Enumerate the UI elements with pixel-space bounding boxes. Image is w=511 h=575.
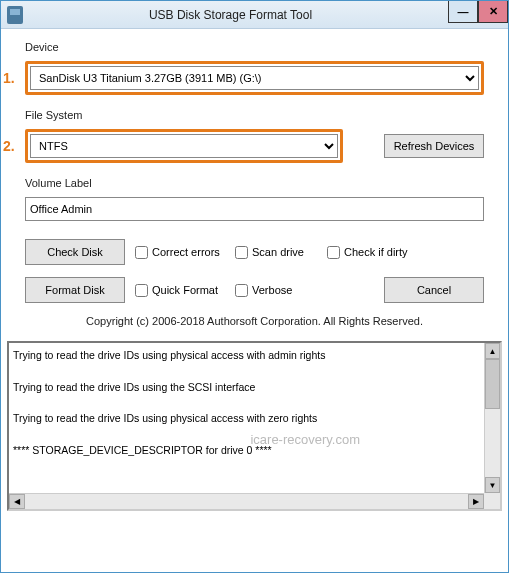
verbose-checkbox[interactable]: Verbose bbox=[235, 284, 317, 297]
check-if-dirty-checkbox[interactable]: Check if dirty bbox=[327, 246, 417, 259]
device-label: Device bbox=[25, 41, 484, 53]
verbose-label: Verbose bbox=[252, 284, 292, 296]
correct-errors-label: Correct errors bbox=[152, 246, 220, 258]
filesystem-highlight: NTFS bbox=[25, 129, 343, 163]
scan-drive-input[interactable] bbox=[235, 246, 248, 259]
scroll-right-icon[interactable]: ▶ bbox=[468, 494, 484, 509]
log-line: Trying to read the drive IDs using the S… bbox=[13, 381, 496, 395]
callout-2: 2. bbox=[3, 138, 15, 154]
log-line: Trying to read the drive IDs using physi… bbox=[13, 412, 496, 426]
window-controls: — ✕ bbox=[448, 1, 508, 23]
format-row: Format Disk Quick Format Verbose Cancel bbox=[25, 277, 484, 303]
format-disk-button[interactable]: Format Disk bbox=[25, 277, 125, 303]
log-line: Trying to read the drive IDs using physi… bbox=[13, 349, 496, 363]
refresh-devices-button[interactable]: Refresh Devices bbox=[384, 134, 484, 158]
scroll-track[interactable] bbox=[485, 409, 500, 477]
horizontal-scrollbar[interactable]: ◀ ▶ bbox=[9, 493, 484, 509]
log-content[interactable]: Trying to read the drive IDs using physi… bbox=[9, 343, 500, 493]
scroll-thumb[interactable] bbox=[485, 359, 500, 409]
check-if-dirty-input[interactable] bbox=[327, 246, 340, 259]
check-if-dirty-label: Check if dirty bbox=[344, 246, 408, 258]
minimize-button[interactable]: — bbox=[448, 1, 478, 23]
check-row: Check Disk Correct errors Scan drive Che… bbox=[25, 239, 484, 265]
titlebar: USB Disk Storage Format Tool — ✕ bbox=[1, 1, 508, 29]
scroll-corner bbox=[484, 493, 500, 509]
check-disk-button[interactable]: Check Disk bbox=[25, 239, 125, 265]
volume-label-label: Volume Label bbox=[25, 177, 484, 189]
scan-drive-label: Scan drive bbox=[252, 246, 304, 258]
copyright-text: Copyright (c) 2006-2018 Authorsoft Corpo… bbox=[25, 315, 484, 327]
correct-errors-checkbox[interactable]: Correct errors bbox=[135, 246, 225, 259]
log-area: Trying to read the drive IDs using physi… bbox=[7, 341, 502, 511]
cancel-button[interactable]: Cancel bbox=[384, 277, 484, 303]
correct-errors-input[interactable] bbox=[135, 246, 148, 259]
scan-drive-checkbox[interactable]: Scan drive bbox=[235, 246, 317, 259]
verbose-input[interactable] bbox=[235, 284, 248, 297]
device-select[interactable]: SanDisk U3 Titanium 3.27GB (3911 MB) (G:… bbox=[30, 66, 479, 90]
window-title: USB Disk Storage Format Tool bbox=[33, 8, 428, 22]
h-scroll-track[interactable] bbox=[25, 494, 468, 509]
quick-format-checkbox[interactable]: Quick Format bbox=[135, 284, 225, 297]
device-highlight: SanDisk U3 Titanium 3.27GB (3911 MB) (G:… bbox=[25, 61, 484, 95]
scroll-up-icon[interactable]: ▲ bbox=[485, 343, 500, 359]
app-window: USB Disk Storage Format Tool — ✕ Device … bbox=[0, 0, 509, 573]
file-system-label: File System bbox=[25, 109, 484, 121]
callout-1: 1. bbox=[3, 70, 15, 86]
app-icon bbox=[7, 6, 23, 24]
log-line: **** STORAGE_DEVICE_DESCRIPTOR for drive… bbox=[13, 444, 496, 458]
quick-format-label: Quick Format bbox=[152, 284, 218, 296]
close-button[interactable]: ✕ bbox=[478, 1, 508, 23]
quick-format-input[interactable] bbox=[135, 284, 148, 297]
filesystem-select[interactable]: NTFS bbox=[30, 134, 338, 158]
volume-label-input[interactable] bbox=[25, 197, 484, 221]
main-content: Device 1. SanDisk U3 Titanium 3.27GB (39… bbox=[1, 29, 508, 341]
scroll-left-icon[interactable]: ◀ bbox=[9, 494, 25, 509]
scroll-down-icon[interactable]: ▼ bbox=[485, 477, 500, 493]
vertical-scrollbar[interactable]: ▲ ▼ bbox=[484, 343, 500, 493]
